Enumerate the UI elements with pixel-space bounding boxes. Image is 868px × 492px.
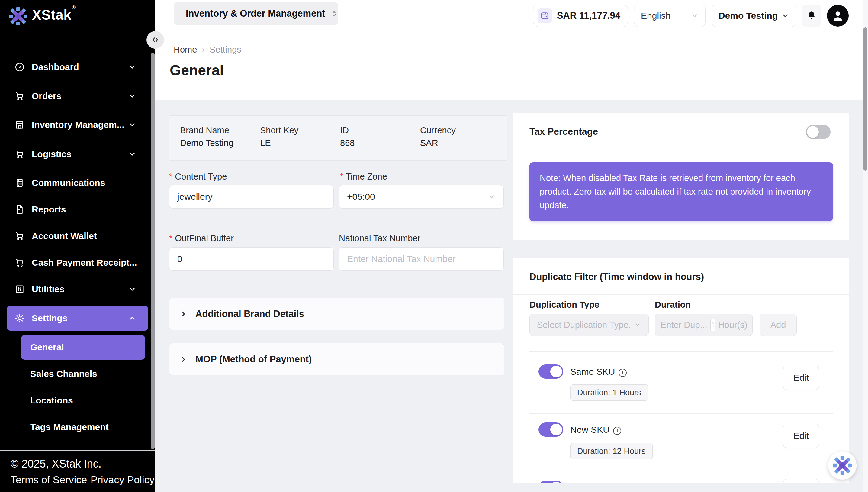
sidebar-item-inventory-management[interactable]: Inventory Managem... bbox=[0, 115, 155, 134]
app-window: XStak® Dashboard Orders Inventory Manage… bbox=[0, 0, 868, 492]
sidebar-subitem-label: Locations bbox=[30, 395, 73, 405]
sidebar-subitem-sales-channels[interactable]: Sales Channels bbox=[21, 364, 145, 384]
time-zone-select[interactable]: +05:00 bbox=[339, 185, 504, 208]
floating-brand-button[interactable] bbox=[828, 451, 857, 479]
wallet-balance-button[interactable]: SAR 11,177.94 bbox=[533, 4, 628, 27]
divider bbox=[529, 351, 833, 352]
sidebar-subitem-label: General bbox=[30, 342, 64, 352]
info-icon[interactable]: i bbox=[619, 369, 627, 377]
chevron-down-icon bbox=[691, 12, 699, 20]
breadcrumb: Home › Settings bbox=[174, 45, 241, 55]
sidebar-subitem-label: Tags Management bbox=[30, 422, 109, 432]
sidebar-item-label: Cash Payment Receipt... bbox=[32, 257, 137, 268]
chevron-down-icon bbox=[128, 121, 136, 129]
gauge-icon bbox=[15, 62, 25, 72]
sidebar-item-label: Communications bbox=[32, 178, 105, 188]
app-switcher-button[interactable]: Inventory & Order Management bbox=[174, 2, 338, 25]
sidebar-item-cash-payment-receipt[interactable]: Cash Payment Receipt... bbox=[0, 253, 155, 272]
sidebar-item-utilities[interactable]: Utilities bbox=[0, 279, 155, 299]
partial-row-edit-button[interactable] bbox=[783, 479, 819, 483]
duration-suffix: Hour(s) bbox=[718, 320, 747, 330]
cart-icon bbox=[15, 257, 25, 268]
app-switcher-label: Inventory & Order Management bbox=[186, 8, 325, 19]
outfinal-buffer-label: *OutFinal Buffer bbox=[169, 233, 234, 243]
language-value: English bbox=[641, 10, 670, 21]
sidebar-item-settings[interactable]: Settings bbox=[7, 306, 148, 330]
sidebar-item-label: Settings bbox=[32, 313, 67, 323]
chevron-down-icon bbox=[128, 150, 136, 158]
xstak-logo-icon bbox=[832, 456, 852, 475]
sidebar-item-label: Orders bbox=[32, 91, 61, 101]
same-sku-label: Same SKUi bbox=[570, 367, 627, 377]
breadcrumb-home[interactable]: Home bbox=[174, 45, 197, 55]
sidebar-item-logistics[interactable]: Logistics bbox=[0, 144, 155, 164]
registered-mark: ® bbox=[72, 5, 76, 10]
new-sku-toggle[interactable] bbox=[538, 422, 563, 437]
required-asterisk: * bbox=[169, 233, 173, 243]
topbar: Inventory & Order Management SAR 11,177.… bbox=[155, 0, 868, 31]
sidebar-scrollbar-thumb[interactable] bbox=[151, 53, 155, 449]
same-sku-edit-button[interactable]: Edit bbox=[783, 366, 819, 390]
field-value: Demo Testing bbox=[180, 138, 234, 148]
sidebar-subitem-general[interactable]: General bbox=[21, 335, 145, 360]
sidebar-item-dashboard[interactable]: Dashboard bbox=[0, 57, 155, 77]
time-zone-value: +05:00 bbox=[347, 192, 375, 202]
language-select[interactable]: English bbox=[634, 4, 706, 27]
chevron-up-icon bbox=[128, 314, 136, 322]
avatar[interactable] bbox=[827, 5, 849, 27]
chevron-right-icon bbox=[179, 355, 188, 364]
duplication-type-select[interactable]: Select Duplication Type. bbox=[529, 314, 649, 336]
terms-of-service-link[interactable]: Terms of Service bbox=[10, 474, 87, 486]
national-tax-number-input[interactable] bbox=[339, 247, 504, 271]
accordion-mop[interactable]: MOP (Method of Payment) bbox=[169, 343, 504, 375]
updown-chevrons-icon bbox=[330, 10, 338, 18]
bell-icon bbox=[806, 10, 817, 21]
sidebar-collapse-button[interactable] bbox=[147, 31, 164, 49]
sidebar-item-orders[interactable]: Orders bbox=[0, 87, 155, 106]
tax-percentage-toggle[interactable] bbox=[806, 125, 831, 139]
sidebar-item-reports[interactable]: Reports bbox=[0, 200, 155, 219]
store-icon bbox=[15, 120, 25, 130]
accordion-additional-brand-details[interactable]: Additional Brand Details bbox=[169, 298, 504, 330]
info-icon[interactable]: i bbox=[613, 427, 621, 435]
duration-input[interactable]: Enter Dup... Hour(s) bbox=[655, 314, 753, 336]
notifications-button[interactable] bbox=[802, 4, 821, 27]
field-label: Brand Name bbox=[180, 125, 229, 136]
cart-icon bbox=[15, 149, 25, 159]
same-sku-toggle[interactable] bbox=[538, 365, 563, 379]
tax-note: Note: When disabled Tax Rate is retrieve… bbox=[529, 162, 833, 221]
sidebar-item-account-wallet[interactable]: Account Wallet bbox=[0, 226, 155, 246]
page-scrollbar-thumb[interactable] bbox=[864, 27, 867, 171]
sidebar-subitem-locations[interactable]: Locations bbox=[21, 391, 145, 410]
sidebar-item-label: Inventory Managem... bbox=[32, 120, 125, 130]
content-area: Brand Name Demo Testing Short Key LE ID … bbox=[155, 100, 868, 492]
copyright-text: © 2025, XStak Inc. bbox=[10, 458, 102, 470]
collapse-chevrons-icon bbox=[151, 35, 160, 44]
accordion-title: Additional Brand Details bbox=[195, 309, 304, 319]
sidebar-subitem-tags-management[interactable]: Tags Management bbox=[21, 417, 145, 437]
chevron-right-icon bbox=[179, 310, 188, 318]
field-value: LE bbox=[260, 138, 271, 148]
time-zone-label: *Time Zone bbox=[340, 172, 387, 182]
new-sku-edit-button[interactable]: Edit bbox=[783, 424, 819, 448]
required-asterisk: * bbox=[340, 172, 343, 181]
outfinal-buffer-input[interactable] bbox=[169, 247, 334, 271]
partial-row-toggle[interactable] bbox=[538, 481, 563, 483]
content-type-input[interactable] bbox=[169, 185, 334, 208]
breadcrumb-separator: › bbox=[202, 45, 205, 55]
page-scrollbar bbox=[863, 0, 868, 492]
tenant-select[interactable]: Demo Testing bbox=[712, 4, 796, 27]
national-tax-number-label: National Tax Number bbox=[339, 233, 420, 243]
wallet-icon bbox=[537, 8, 552, 23]
brand-logo: XStak® bbox=[8, 7, 75, 26]
privacy-policy-link[interactable]: Privacy Policy bbox=[90, 474, 155, 486]
sidebar-item-label: Reports bbox=[32, 204, 66, 215]
duplicate-filter-header: Duplicate Filter (Time window in hours) bbox=[514, 259, 849, 295]
document-icon bbox=[15, 204, 25, 215]
sidebar-item-communications[interactable]: Communications bbox=[0, 173, 155, 193]
tenant-value: Demo Testing bbox=[718, 10, 778, 21]
number-stepper[interactable] bbox=[710, 318, 715, 332]
gear-icon bbox=[15, 313, 25, 323]
field-label: Short Key bbox=[260, 125, 298, 136]
add-button[interactable]: Add bbox=[760, 314, 797, 336]
